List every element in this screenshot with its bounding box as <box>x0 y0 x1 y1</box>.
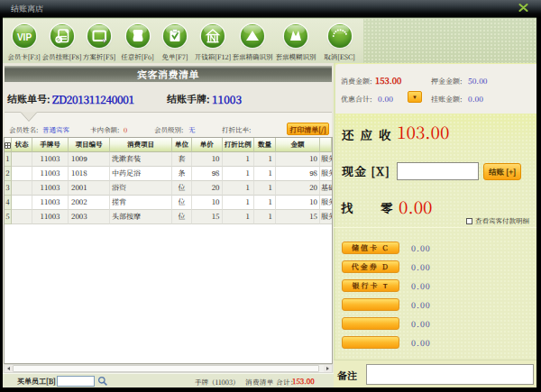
svg-text:VIP: VIP <box>16 32 31 42</box>
